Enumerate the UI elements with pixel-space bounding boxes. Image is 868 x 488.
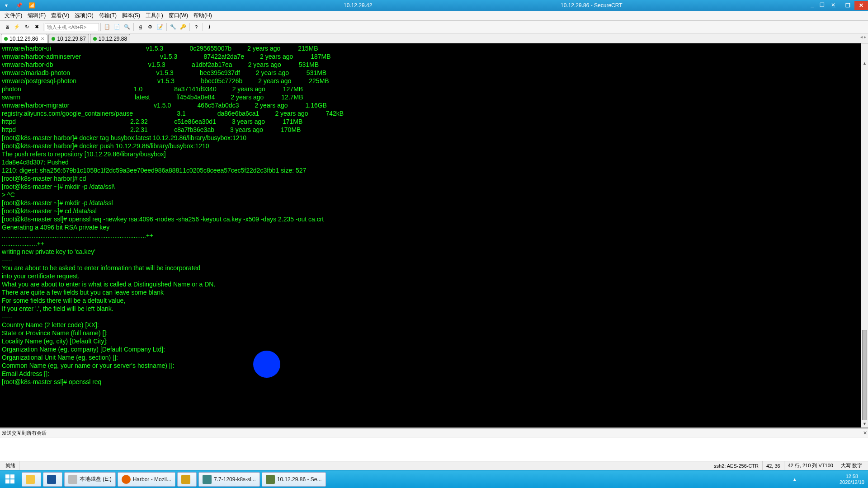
task-slides[interactable]: 7.7-1209-k8s-sl... — [198, 472, 260, 487]
title-text-right: 10.12.29.86 - SecureCRT — [561, 2, 623, 9]
help-icon[interactable]: ? — [192, 23, 201, 32]
slides-icon — [203, 475, 212, 484]
task-disk[interactable]: 本地磁盘 (E:) — [64, 472, 116, 487]
terminal-line: Organizational Unit Name (eg, section) [… — [2, 353, 866, 361]
cursor-highlight — [253, 351, 280, 378]
connect-icon[interactable]: 🖥 — [2, 23, 11, 32]
log-icon[interactable]: 📝 — [156, 23, 165, 32]
status-ssh: ssh2: AES-256-CTR — [710, 461, 763, 470]
tray-icon[interactable] — [807, 475, 815, 483]
tray-icon[interactable] — [827, 475, 835, 483]
terminal-line: into your certificate request. — [2, 272, 866, 280]
task-firefox[interactable]: Harbor - Mozil... — [118, 472, 175, 487]
terminal-line: 1210: digest: sha256:679b1c1058c1f2dc59a… — [2, 166, 866, 174]
task-securecrt[interactable]: 10.12.29.86 - Se... — [262, 472, 326, 487]
title-bar: ▾ 📌 📶 10.12.29.42 10.12.29.86 - SecureCR… — [0, 0, 868, 11]
panel-title: 发送交互到所有会话 — [2, 430, 47, 436]
clock[interactable]: 12:58 2020/12/10 — [840, 474, 864, 485]
minimize-small-icon[interactable]: _ — [811, 2, 814, 8]
terminal-line: [root@k8s-master ~]# cd /data/ssl — [2, 207, 866, 215]
pin-icon[interactable]: 📌 — [14, 2, 24, 9]
task-label: 7.7-1209-k8s-sl... — [214, 476, 256, 483]
menu-transfer[interactable]: 传输(T) — [96, 11, 119, 20]
image-row: vmware/harbor-db v1.5.3 a1dbf2ab17ea 2 y… — [2, 61, 866, 69]
image-row: vmware/postgresql-photon v1.5.3 bbec05c7… — [2, 77, 866, 85]
taskbar: 本地磁盘 (E:) Harbor - Mozil... 7.7-1209-k8s… — [0, 470, 868, 488]
tab-scroll-arrows[interactable]: ◂ ▸ — [860, 34, 866, 39]
tray-icon[interactable] — [797, 475, 805, 483]
menu-options[interactable]: 选项(O) — [72, 11, 96, 20]
terminal-line: Organization Name (eg, company) [Default… — [2, 345, 866, 353]
broadcast-panel-body[interactable] — [0, 437, 868, 461]
quick-connect-icon[interactable]: ⚡ — [12, 23, 21, 32]
menu-help[interactable]: 帮助(H) — [191, 11, 215, 20]
properties-icon[interactable]: ⚙ — [146, 23, 155, 32]
terminal-line: > ^C — [2, 191, 866, 199]
scroll-thumb[interactable] — [862, 330, 867, 420]
terminal-line: If you enter '.', the field will be left… — [2, 305, 866, 313]
signal-icon: 📶 — [26, 2, 37, 9]
terminal-line: You are about to be asked to enter infor… — [2, 264, 866, 272]
print-icon[interactable]: 🖨 — [136, 23, 145, 32]
terminal-line: For some fields there will be a default … — [2, 296, 866, 305]
tab-label: 10.12.29.87 — [57, 36, 85, 42]
menu-script[interactable]: 脚本(S) — [119, 11, 143, 20]
window-menu-icon[interactable]: ▾ — [1, 2, 12, 9]
restore-small-icon[interactable]: ❐ — [820, 2, 825, 8]
status-rows: 42 行, 210 列 VT100 — [784, 461, 837, 470]
svg-rect-2 — [5, 479, 9, 483]
terminal-line: [root@k8s-master harbor]# docker push 10… — [2, 142, 866, 150]
terminal-line: Locality Name (eg, city) [Default City]: — [2, 337, 866, 345]
start-button[interactable] — [0, 470, 21, 488]
terminal-line: Country Name (2 letter code) [XX]: — [2, 321, 866, 329]
about-icon[interactable]: ℹ — [205, 23, 214, 32]
terminal-line: [root@k8s-master harbor]# cd — [2, 174, 866, 183]
tray-icon[interactable] — [817, 475, 825, 483]
task-app1[interactable] — [177, 472, 197, 487]
disconnect-icon[interactable]: ✖ — [32, 23, 41, 32]
terminal[interactable]: vmware/harbor-ui v1.5.3 0c295655007b 2 y… — [0, 43, 868, 427]
app-icon — [181, 475, 190, 484]
firefox-icon — [122, 475, 131, 484]
scrollbar[interactable]: ▲ ▼ — [861, 43, 868, 427]
status-dot-icon — [93, 37, 97, 41]
tab-1[interactable]: 10.12.29.86 ✕ — [1, 34, 47, 43]
menu-view[interactable]: 查看(V) — [48, 11, 72, 20]
terminal-line: [root@k8s-master ssl]# openssl req — [2, 378, 866, 386]
menu-file[interactable]: 文件(F) — [2, 11, 25, 20]
menu-edit[interactable]: 编辑(E) — [25, 11, 48, 20]
paste-icon[interactable]: 📄 — [113, 23, 122, 32]
status-dot-icon — [4, 37, 8, 41]
copy-icon[interactable]: 📋 — [103, 23, 112, 32]
drive-icon — [68, 475, 77, 484]
image-row: httpd 2.2.31 c8a7fb36e3ab 3 years ago 17… — [2, 126, 866, 134]
explorer-button[interactable] — [22, 472, 41, 487]
terminal-line: State or Province Name (full name) []: — [2, 329, 866, 337]
close-button[interactable]: ✕ — [854, 1, 868, 10]
terminal-line: [root@k8s-master ~]# mkdir -p /data/ssl — [2, 199, 866, 207]
menu-window[interactable]: 窗口(W) — [166, 11, 191, 20]
image-row: registry.aliyuncs.com/google_containers/… — [2, 109, 866, 117]
terminal-line: ----- — [2, 256, 866, 264]
reconnect-icon[interactable]: ↻ — [22, 23, 31, 32]
title-text-left: 10.12.29.42 — [344, 2, 372, 9]
panel-close-icon[interactable]: ✕ — [863, 430, 867, 436]
key-icon[interactable]: 🔑 — [179, 23, 188, 32]
terminal-line: [root@k8s-master harbor]# docker tag bus… — [2, 134, 866, 142]
menu-tools[interactable]: 工具(L) — [143, 11, 166, 20]
close-tab-icon[interactable]: ✕ — [41, 36, 44, 41]
tab-bar: 10.12.29.86 ✕ 10.12.29.87 10.12.29.88 ◂ … — [0, 33, 868, 43]
close-small-icon[interactable]: ✕ — [831, 2, 835, 8]
options-icon[interactable]: 🔧 — [169, 23, 178, 32]
scroll-down-icon[interactable]: ▼ — [861, 420, 868, 427]
tab-3[interactable]: 10.12.29.88 — [90, 34, 130, 43]
tray-chevron-icon[interactable]: ▴ — [793, 476, 796, 482]
clock-date: 2020/12/10 — [840, 479, 864, 485]
host-input[interactable] — [45, 23, 99, 31]
tab-2[interactable]: 10.12.29.87 — [48, 34, 89, 43]
powershell-button[interactable] — [43, 472, 62, 487]
maximize-button[interactable]: ❐ — [841, 1, 854, 10]
svg-rect-0 — [5, 474, 9, 479]
find-icon[interactable]: 🔍 — [123, 23, 132, 32]
status-caps: 大写 数字 — [837, 461, 866, 470]
